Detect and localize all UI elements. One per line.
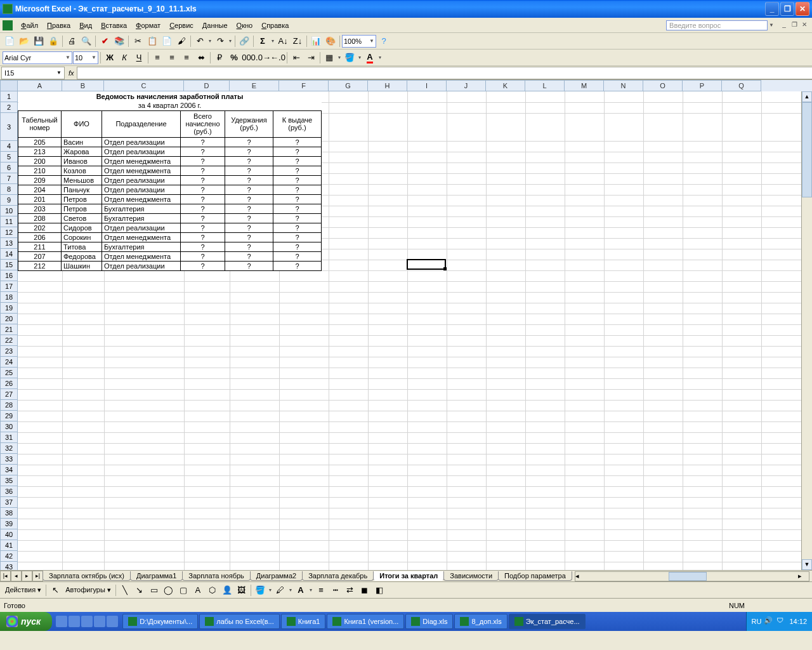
3d-icon[interactable]: ◧ [372, 583, 386, 597]
row-header-25[interactable]: 25 [0, 368, 18, 378]
select-objects-icon[interactable]: ↖ [48, 583, 62, 597]
row-header-38[interactable]: 38 [0, 508, 18, 519]
col-header-M[interactable]: M [565, 80, 604, 91]
col-header-F[interactable]: F [279, 80, 329, 91]
wordart-icon[interactable]: A [191, 583, 205, 597]
zoom-combo[interactable]: 100%▼ [342, 35, 376, 48]
arrow-icon[interactable]: ↘ [133, 583, 147, 597]
row-header-17[interactable]: 17 [0, 281, 18, 292]
arrowstyle-icon[interactable]: ⇄ [343, 583, 357, 597]
bold-icon[interactable]: Ж [103, 51, 117, 65]
autosum-icon[interactable]: Σ [256, 34, 270, 48]
ql-icon[interactable] [94, 616, 105, 627]
undo-dropdown[interactable]: ▾ [207, 38, 213, 44]
tray-icon[interactable]: 🛡 [776, 616, 787, 627]
tray-icon[interactable]: 🔊 [764, 616, 774, 627]
minimize-button[interactable]: _ [765, 2, 779, 16]
menu-Данные[interactable]: Данные [198, 20, 232, 30]
taskbar-item[interactable]: 8_доп.xls [454, 614, 507, 629]
horizontal-scrollbar[interactable]: ◂ ▸ [575, 571, 809, 581]
new-icon[interactable]: 📄 [3, 34, 16, 48]
system-tray[interactable]: RU 🔊 🛡 14:12 [746, 612, 812, 631]
row-header-41[interactable]: 41 [0, 540, 18, 551]
fontcolor-dropdown[interactable]: ▾ [377, 55, 383, 60]
autosum-dropdown[interactable]: ▾ [270, 38, 275, 44]
fill2-dd[interactable]: ▾ [268, 587, 273, 593]
picture-icon[interactable]: 🖼 [235, 583, 249, 597]
underline-icon[interactable]: Ч [132, 51, 146, 65]
sort-asc-icon[interactable]: A↓ [276, 34, 290, 48]
row-header-10[interactable]: 10 [0, 206, 18, 216]
align-center-icon[interactable]: ≡ [165, 51, 179, 65]
spell-icon[interactable]: ✔ [98, 34, 112, 48]
row-header-13[interactable]: 13 [0, 238, 18, 249]
col-header-O[interactable]: O [643, 80, 683, 91]
help-icon[interactable]: ? [377, 34, 391, 48]
draw-actions-menu[interactable]: Действия ▾ [3, 586, 44, 594]
row-header-33[interactable]: 33 [0, 454, 18, 465]
taskbar-item[interactable]: Книга1 (version... [327, 614, 404, 629]
taskbar-item[interactable]: лабы по Excel(в... [199, 614, 280, 629]
hscroll-right[interactable]: ▸ [798, 572, 809, 581]
doc-close[interactable]: ✕ [800, 21, 809, 30]
fillcolor2-icon[interactable]: 🪣 [253, 583, 267, 597]
research-icon[interactable]: 📚 [112, 34, 126, 48]
redo-icon[interactable]: ↷ [213, 34, 227, 48]
col-header-B[interactable]: B [62, 80, 104, 91]
sheet-tab[interactable]: Зарплата октябрь (исх) [43, 571, 131, 581]
col-header-G[interactable]: G [329, 80, 368, 91]
lang-indicator[interactable]: RU [752, 618, 762, 625]
row-header-8[interactable]: 8 [0, 184, 18, 195]
oval-icon[interactable]: ◯ [162, 583, 176, 597]
col-header-D[interactable]: D [184, 80, 230, 91]
line-icon[interactable]: ╲ [118, 583, 132, 597]
row-header-3[interactable]: 3 [0, 113, 18, 141]
row-header-16[interactable]: 16 [0, 270, 18, 281]
redo-dropdown[interactable]: ▾ [228, 38, 233, 44]
linestyle-icon[interactable]: ≡ [314, 583, 328, 597]
save-icon[interactable]: 💾 [32, 34, 46, 48]
row-header-35[interactable]: 35 [0, 475, 18, 486]
inc-decimal-icon[interactable]: .0→ [256, 51, 270, 65]
col-header-H[interactable]: H [368, 80, 407, 91]
row-header-15[interactable]: 15 [0, 260, 18, 270]
row-header-42[interactable]: 42 [0, 551, 18, 562]
row-header-9[interactable]: 9 [0, 195, 18, 206]
print-icon[interactable]: 🖨 [65, 34, 79, 48]
row-header-6[interactable]: 6 [0, 162, 18, 173]
col-header-C[interactable]: C [104, 80, 184, 91]
percent-icon[interactable]: % [227, 51, 241, 65]
tab-next[interactable]: ▸ [22, 571, 32, 581]
italic-icon[interactable]: К [117, 51, 131, 65]
vertical-scrollbar[interactable]: ▲ ▼ [801, 91, 812, 570]
sheet-tab[interactable]: Зарплата декабрь [302, 571, 374, 581]
preview-icon[interactable]: 🔍 [79, 34, 93, 48]
scroll-thumb[interactable] [802, 102, 812, 197]
sheet-tab[interactable]: Зарплата ноябрь [182, 571, 251, 581]
row-header-40[interactable]: 40 [0, 529, 18, 540]
col-header-Q[interactable]: Q [722, 80, 761, 91]
ask-question-box[interactable]: Введите вопрос [666, 20, 768, 30]
row-header-43[interactable]: 43 [0, 562, 18, 570]
diagram-icon[interactable]: ⬡ [206, 583, 219, 597]
thousands-icon[interactable]: 000 [242, 51, 256, 65]
col-header-E[interactable]: E [230, 80, 279, 91]
tab-last[interactable]: ▸| [32, 571, 43, 581]
fx-icon[interactable]: fx [69, 69, 74, 77]
format-painter-icon[interactable]: 🖌 [174, 34, 188, 48]
sheet-tab[interactable]: Зависимости [443, 571, 499, 581]
row-header-21[interactable]: 21 [0, 324, 18, 335]
taskbar-item[interactable]: Эк_стат_расче... [509, 614, 586, 629]
col-header-L[interactable]: L [525, 80, 565, 91]
cut-icon[interactable]: ✂ [131, 34, 145, 48]
row-header-28[interactable]: 28 [0, 400, 18, 411]
row-header-27[interactable]: 27 [0, 389, 18, 400]
font2-dd[interactable]: ▾ [308, 587, 313, 593]
name-box[interactable]: I15▼ [1, 67, 65, 79]
borders-dropdown[interactable]: ▾ [337, 55, 342, 60]
dashstyle-icon[interactable]: ┅ [329, 583, 343, 597]
col-header-P[interactable]: P [683, 80, 722, 91]
size-combo[interactable]: 10▼ [73, 51, 98, 64]
row-header-4[interactable]: 4 [0, 141, 18, 152]
hyperlink-icon[interactable]: 🔗 [237, 34, 251, 48]
